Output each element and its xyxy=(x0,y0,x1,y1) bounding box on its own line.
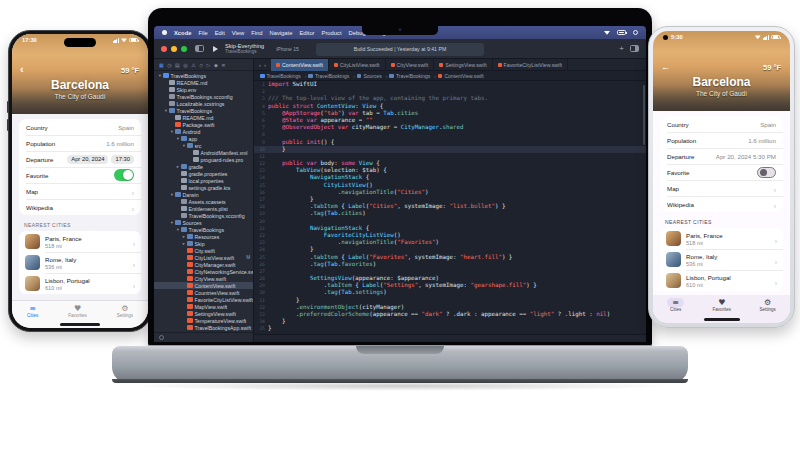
code-line[interactable]: 29 .tabItem { Label("Settings", systemIm… xyxy=(254,282,646,289)
favorite-toggle[interactable] xyxy=(757,167,776,178)
apple-menu-icon[interactable] xyxy=(162,30,167,35)
tree-item-gradle.properties[interactable]: gradle.properties xyxy=(154,170,253,177)
city-list-item[interactable]: Rome, Italy536 mi xyxy=(19,252,141,273)
code-line[interactable]: 25 .tabItem { Label("Favorites", systemI… xyxy=(254,254,646,261)
tree-item-readme.md[interactable]: README.md xyxy=(154,79,253,86)
tree-item-temperatureview.swift[interactable]: TemperatureView.swift xyxy=(154,317,253,324)
navigator-filter-bar[interactable] xyxy=(154,332,253,342)
control-center-icon[interactable] xyxy=(633,30,638,35)
tree-item-citylistview.swift[interactable]: CityListView.swiftM xyxy=(154,254,253,261)
field-row-country[interactable]: CountrySpain xyxy=(19,119,141,135)
tree-item-travelbookings[interactable]: ▾TravelBookings xyxy=(154,72,253,79)
menubar-battery-icon[interactable] xyxy=(617,30,626,35)
code-line[interactable]: 12 public var body: some View { xyxy=(254,160,646,167)
editor-tab-citylistview.swift[interactable]: CityListView.swift xyxy=(329,59,386,71)
code-line[interactable]: 35} xyxy=(254,325,646,332)
tree-item-readme.md[interactable]: README.md xyxy=(154,114,253,121)
field-row-map[interactable]: Map xyxy=(19,183,141,199)
code-line[interactable]: 30 .tag(Tab.settings) xyxy=(254,289,646,296)
zoom-window-button[interactable] xyxy=(181,46,187,52)
code-line[interactable]: 32 .environmentObject(cityManager) xyxy=(254,304,646,311)
code-line[interactable]: 26 .tag(Tab.favorites) xyxy=(254,261,646,268)
editor-tab-settingsview.swift[interactable]: SettingsView.swift xyxy=(434,59,492,71)
tree-item-localizable.xcstrings[interactable]: Localizable.xcstrings xyxy=(154,100,253,107)
tree-item-settings.gradle.kts[interactable]: settings.gradle.kts xyxy=(154,184,253,191)
code-line[interactable]: 3/// The top-level view of the app, cont… xyxy=(254,95,646,102)
editor-tab-cityview.swift[interactable]: CityView.swift xyxy=(386,59,435,71)
library-plus-icon[interactable]: + xyxy=(619,45,624,53)
field-row-favorite[interactable]: Favorite xyxy=(660,164,783,180)
tree-item-settingsview.swift[interactable]: SettingsView.swift xyxy=(154,310,253,317)
tree-item-citymanager.swift[interactable]: CityManager.swift xyxy=(154,261,253,268)
tree-item-proguard-rules.pro[interactable]: proguard-rules.pro xyxy=(154,156,253,163)
forward-arrow-icon[interactable]: › xyxy=(264,62,266,68)
tree-item-local.properties[interactable]: local.properties xyxy=(154,177,253,184)
city-list-item[interactable]: Paris, France518 mi xyxy=(660,228,783,249)
city-list-item[interactable]: Paris, France518 mi xyxy=(19,231,141,252)
code-line[interactable]: 17 } xyxy=(254,196,646,203)
tree-item-androidmanifest.xml[interactable]: AndroidManifest.xml xyxy=(154,149,253,156)
code-line[interactable]: 20 xyxy=(254,218,646,225)
menu-item-file[interactable]: File xyxy=(198,30,207,36)
code-line[interactable]: 5 @AppStorage("tab") var tab = Tab.citie… xyxy=(254,110,646,117)
departure-date-button[interactable]: Apr 20, 2024 xyxy=(67,155,108,164)
code-line[interactable]: 18 .tabItem { Label("Cities", systemImag… xyxy=(254,203,646,210)
breadcrumb-item[interactable]: TravelBookings xyxy=(389,73,435,79)
source-control-navigator-icon[interactable]: ◷ xyxy=(167,62,171,68)
code-line[interactable]: 10 } xyxy=(254,146,646,153)
tree-item-darwin[interactable]: ▾Darwin xyxy=(154,191,253,198)
breadcrumb-item[interactable]: TravelBookings xyxy=(260,73,306,79)
tab-settings[interactable]: ⚙Settings xyxy=(117,304,133,318)
close-window-button[interactable] xyxy=(161,46,167,52)
tree-item-contentview.swift[interactable]: ContentView.swift xyxy=(154,282,253,289)
editor-nav-arrows[interactable]: ‹› xyxy=(254,62,271,68)
back-arrow-icon[interactable]: ‹ xyxy=(259,62,261,68)
back-button[interactable] xyxy=(661,61,670,72)
test-navigator-icon[interactable]: ◇ xyxy=(199,62,203,68)
field-row-favorite[interactable]: Favorite xyxy=(19,167,141,183)
tree-item-travelbookings.xcconfig[interactable]: TravelBookings.xcconfig xyxy=(154,93,253,100)
code-line[interactable]: 23 .navigationTitle("Favorites") xyxy=(254,239,646,246)
run-button[interactable] xyxy=(213,46,218,52)
tree-item-skip.env[interactable]: Skip.env xyxy=(154,86,253,93)
menubar-wifi-icon[interactable] xyxy=(604,30,610,35)
tree-item-gradle[interactable]: ▸gradle xyxy=(154,163,253,170)
code-line[interactable]: 15 CityListView() xyxy=(254,182,646,189)
code-line[interactable]: 16 .navigationTitle("Cities") xyxy=(254,189,646,196)
tree-item-app[interactable]: ▾app xyxy=(154,135,253,142)
code-line[interactable]: 1import SwiftUI xyxy=(254,81,646,88)
code-line[interactable]: 9 public init() { xyxy=(254,139,646,146)
field-row-departure[interactable]: DepartureApr 20, 202417:30 xyxy=(19,151,141,167)
code-line[interactable]: 14 NavigationStack { xyxy=(254,174,646,181)
breadcrumb-item[interactable]: Sources xyxy=(357,73,388,79)
tree-item-travelbookings[interactable]: ▾TravelBookings xyxy=(154,107,253,114)
code-line[interactable]: 19 .tag(Tab.cities) xyxy=(254,210,646,217)
departure-time-button[interactable]: 17:30 xyxy=(111,155,134,164)
tree-item-entitlements.plist[interactable]: Entitlements.plist xyxy=(154,205,253,212)
tree-item-travelbookings.xcconfig[interactable]: TravelBookings.xcconfig xyxy=(154,212,253,219)
code-line[interactable]: 8 xyxy=(254,131,646,138)
project-navigator-icon[interactable]: ▦ xyxy=(159,62,164,68)
code-line[interactable]: 2 xyxy=(254,88,646,95)
code-line[interactable]: 7 @ObservedObject var cityManager = City… xyxy=(254,124,646,131)
tree-item-travelbookingsapp.swift[interactable]: TravelBookingsApp.swift xyxy=(154,324,253,331)
source-code-editor[interactable]: 1import SwiftUI23/// The top-level view … xyxy=(254,81,646,334)
bookmark-navigator-icon[interactable]: ▤ xyxy=(175,62,180,68)
tab-cities[interactable]: ≡Cities xyxy=(667,298,684,312)
report-navigator-icon[interactable]: ≡ xyxy=(221,62,225,68)
tree-item-mapview.swift[interactable]: MapView.swift xyxy=(154,303,253,310)
breadcrumb-item[interactable]: TravelBookings xyxy=(308,73,354,79)
debug-navigator-icon[interactable]: ▷ xyxy=(207,62,211,68)
code-line[interactable]: 13 TabView(selection: $tab) { xyxy=(254,167,646,174)
tree-item-skip[interactable]: ▸Skip xyxy=(154,240,253,247)
tree-item-countriesview.swift[interactable]: CountriesView.swift xyxy=(154,289,253,296)
field-row-population[interactable]: Population1.6 million xyxy=(660,132,783,148)
minimize-window-button[interactable] xyxy=(171,46,177,52)
menu-item-find[interactable]: Find xyxy=(251,30,262,36)
code-line[interactable]: 21 NavigationStack { xyxy=(254,225,646,232)
field-row-wikipedia[interactable]: Wikipedia xyxy=(660,196,783,212)
menu-item-view[interactable]: View xyxy=(232,30,244,36)
code-line[interactable]: 33 .preferredColorScheme(appearance == "… xyxy=(254,311,646,318)
menu-item-navigate[interactable]: Navigate xyxy=(270,30,293,36)
city-list-item[interactable]: Lisbon, Portugal610 mi xyxy=(19,273,141,294)
